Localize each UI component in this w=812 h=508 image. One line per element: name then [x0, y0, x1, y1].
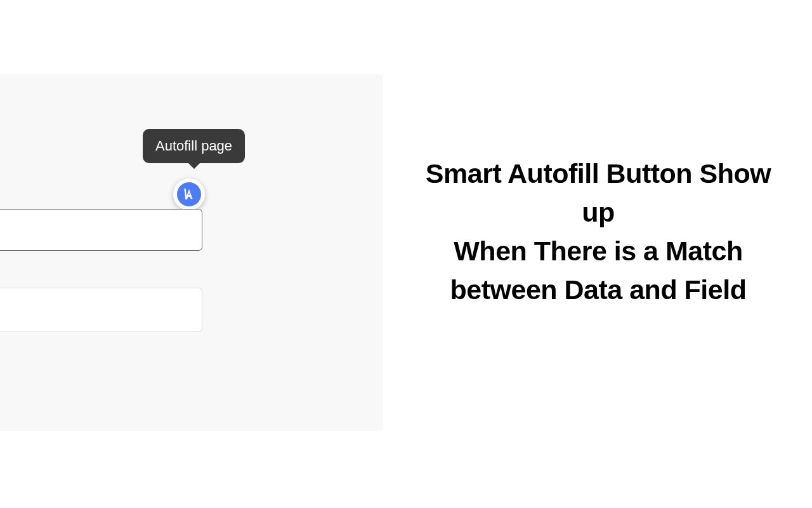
marketing-heading: Smart Autofill Button Show up When There… — [424, 154, 773, 309]
form-input-2[interactable] — [0, 288, 202, 332]
autofill-icon — [177, 182, 201, 206]
heading-line-1: Smart Autofill Button Show up — [426, 158, 771, 227]
autofill-tooltip: Autofill page — [143, 129, 245, 163]
tooltip-label: Autofill page — [155, 138, 232, 154]
form-input-1[interactable] — [0, 209, 202, 251]
screenshot-panel — [0, 74, 383, 431]
heading-line-2: When There is a Match between Data and F… — [450, 236, 747, 305]
autofill-button[interactable] — [173, 178, 205, 210]
